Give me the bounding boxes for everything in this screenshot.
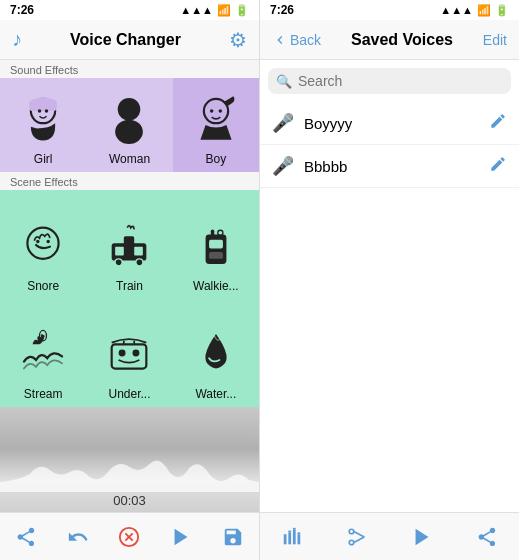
right-panel: 7:26 ▲▲▲ 📶 🔋 Back Saved Voices Edit 🔍 🎤 …: [260, 0, 519, 560]
right-toolbar: [260, 512, 519, 560]
voice-name-2: Bbbbb: [304, 158, 479, 175]
right-header-title: Saved Voices: [351, 31, 453, 49]
voice-item[interactable]: 🎤 Boyyyy: [260, 102, 519, 145]
left-time: 7:26: [10, 3, 34, 17]
effect-woman-label: Woman: [109, 152, 150, 166]
back-button[interactable]: Back: [272, 32, 321, 48]
right-battery-icon: 🔋: [495, 4, 509, 17]
scene-effects-grid: Snore Train: [0, 190, 259, 407]
wifi-icon: 📶: [217, 4, 231, 17]
snore-icon: [11, 213, 75, 277]
svg-rect-32: [293, 529, 296, 544]
effect-boy[interactable]: Boy: [173, 78, 259, 172]
sound-effects-grid: Girl Woman: [0, 78, 259, 172]
sound-effects-label: Sound Effects: [0, 60, 259, 78]
voice-item[interactable]: 🎤 Bbbbb: [260, 145, 519, 188]
right-play-button[interactable]: [411, 526, 433, 548]
settings-icon[interactable]: ⚙: [229, 28, 247, 52]
svg-rect-16: [124, 236, 134, 246]
svg-point-7: [218, 109, 221, 112]
scissors-button[interactable]: [346, 526, 368, 548]
svg-line-40: [354, 531, 365, 537]
svg-rect-17: [205, 234, 226, 263]
voice-name-1: Boyyyy: [304, 115, 479, 132]
right-time: 7:26: [270, 3, 294, 17]
battery-icon: 🔋: [235, 4, 249, 17]
effect-girl-label: Girl: [34, 152, 53, 166]
play-button[interactable]: [163, 519, 199, 555]
svg-rect-33: [298, 534, 301, 544]
effect-stream[interactable]: Stream: [0, 299, 86, 408]
svg-point-14: [116, 258, 123, 265]
voice-list: 🎤 Boyyyy 🎤 Bbbbb: [260, 102, 519, 512]
water-icon: [184, 321, 248, 385]
svg-marker-29: [175, 528, 188, 545]
svg-point-4: [116, 120, 144, 144]
girl-icon: [11, 86, 75, 150]
left-status-bar: 7:26 ▲▲▲ 📶 🔋: [0, 0, 259, 20]
effect-water[interactable]: Water...: [173, 299, 259, 408]
music-icon: ♪: [12, 28, 22, 51]
save-button[interactable]: [215, 519, 251, 555]
right-status-bar: 7:26 ▲▲▲ 📶 🔋: [260, 0, 519, 20]
search-icon: 🔍: [276, 74, 292, 89]
walkie-icon: [184, 213, 248, 277]
effect-train-label: Train: [116, 279, 143, 293]
left-header-title: Voice Changer: [70, 31, 181, 49]
share-button[interactable]: [8, 519, 44, 555]
effect-under-label: Under...: [108, 387, 150, 401]
svg-point-8: [28, 227, 59, 258]
effect-snore[interactable]: Snore: [0, 190, 86, 299]
stream-icon: [11, 321, 75, 385]
svg-point-24: [119, 350, 126, 357]
svg-rect-31: [289, 532, 292, 544]
search-bar: 🔍: [268, 68, 511, 94]
cancel-button[interactable]: [111, 519, 147, 555]
svg-point-10: [47, 239, 50, 242]
right-share-button[interactable]: [476, 526, 498, 548]
svg-rect-23: [112, 344, 147, 368]
effect-under[interactable]: Under...: [86, 299, 172, 408]
effect-walkie-label: Walkie...: [193, 279, 239, 293]
left-header: ♪ Voice Changer ⚙: [0, 20, 259, 60]
right-wifi-icon: 📶: [477, 4, 491, 17]
svg-rect-13: [135, 246, 144, 255]
back-label: Back: [290, 32, 321, 48]
left-panel: 7:26 ▲▲▲ 📶 🔋 ♪ Voice Changer ⚙ Sound Eff…: [0, 0, 260, 560]
svg-point-38: [349, 529, 354, 534]
right-status-icons: ▲▲▲ 📶 🔋: [440, 4, 509, 17]
svg-rect-19: [209, 251, 223, 258]
effect-water-label: Water...: [195, 387, 236, 401]
mic-icon-1: 🎤: [272, 112, 294, 134]
effect-train[interactable]: Train: [86, 190, 172, 299]
scene-effects-label: Scene Effects: [0, 172, 259, 190]
effect-girl[interactable]: Girl: [0, 78, 86, 172]
effect-walkie[interactable]: Walkie...: [173, 190, 259, 299]
effect-woman[interactable]: Woman: [86, 78, 172, 172]
timer: 00:03: [0, 493, 259, 512]
effect-stream-label: Stream: [24, 387, 63, 401]
svg-rect-20: [211, 229, 214, 236]
svg-marker-42: [415, 528, 428, 545]
left-status-icons: ▲▲▲ 📶 🔋: [180, 4, 249, 17]
boy-icon: [184, 86, 248, 150]
svg-point-3: [118, 98, 141, 121]
svg-point-39: [349, 540, 354, 545]
svg-rect-12: [116, 246, 125, 255]
svg-point-6: [210, 109, 213, 112]
right-signal-icon: ▲▲▲: [440, 4, 473, 16]
svg-line-41: [354, 537, 365, 543]
undo-button[interactable]: [60, 519, 96, 555]
under-icon: [97, 321, 161, 385]
voice-edit-icon-2[interactable]: [489, 155, 507, 177]
waveform: [0, 442, 259, 492]
svg-rect-30: [284, 536, 287, 544]
effect-boy-label: Boy: [205, 152, 226, 166]
edit-button[interactable]: Edit: [483, 32, 507, 48]
svg-rect-18: [209, 239, 223, 248]
search-input[interactable]: [298, 73, 503, 89]
voice-edit-icon-1[interactable]: [489, 112, 507, 134]
woman-icon: [97, 86, 161, 150]
equalizer-button[interactable]: [281, 526, 303, 548]
waveform-area: 00:03: [0, 407, 259, 512]
